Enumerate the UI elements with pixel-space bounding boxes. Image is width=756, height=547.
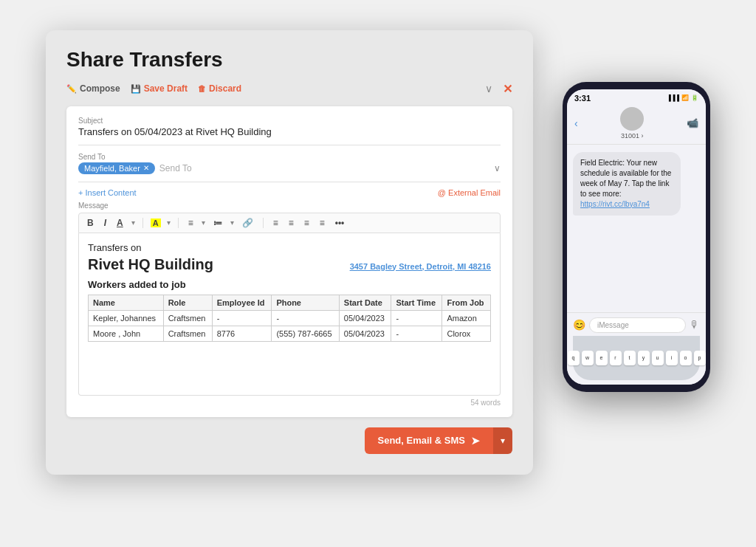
signal-icon: ▐▐▐ bbox=[667, 94, 679, 101]
table-cell: Craftsmen bbox=[163, 310, 212, 326]
phone-status-icons: ▐▐▐ 📶 🔋 bbox=[667, 94, 698, 101]
sms-link[interactable]: https://rivt.cc/lbya7n4 bbox=[580, 200, 650, 208]
table-row: Moore , JohnCraftsmen8776(555) 787-66650… bbox=[89, 326, 491, 341]
discard-button[interactable]: 🗑 Discard bbox=[198, 83, 241, 94]
align-right-button[interactable]: ≡ bbox=[302, 217, 312, 229]
send-email-sms-button[interactable]: Send, Email & SMS ➤ bbox=[365, 427, 493, 454]
recipient-tag[interactable]: Mayfield, Baker ✕ bbox=[78, 162, 155, 174]
align-center-button[interactable]: ≡ bbox=[286, 217, 296, 229]
divider3 bbox=[263, 218, 264, 228]
col-phone: Phone bbox=[272, 295, 339, 310]
text-color-chevron[interactable]: ▾ bbox=[131, 219, 135, 227]
msg-building: Rivet HQ Building 3457 Bagley Street, De… bbox=[88, 256, 491, 273]
panel-title: Share Transfers bbox=[66, 48, 512, 72]
send-dropdown-button[interactable]: ▾ bbox=[493, 427, 512, 454]
key-u[interactable]: u bbox=[652, 351, 664, 365]
divider2 bbox=[178, 218, 179, 228]
col-employee-id: Employee Id bbox=[212, 295, 272, 310]
table-cell: Craftsmen bbox=[163, 326, 212, 341]
key-e[interactable]: e bbox=[596, 351, 608, 365]
more-options-button[interactable]: ••• bbox=[333, 217, 347, 229]
phone-mockup: 3:31 ▐▐▐ 📶 🔋 ‹ 31001 › 📹 bbox=[563, 82, 710, 392]
italic-button[interactable]: I bbox=[102, 217, 109, 229]
save-draft-button[interactable]: 💾 Save Draft bbox=[131, 83, 188, 94]
keyboard-row: q w e r t y u i o p bbox=[568, 351, 706, 365]
key-i[interactable]: i bbox=[666, 351, 678, 365]
word-count: 54 words bbox=[78, 399, 501, 407]
underline-button[interactable]: A bbox=[114, 217, 126, 229]
compose-button[interactable]: ✏️ Compose bbox=[66, 83, 120, 94]
phone-input-bar: 😊 iMessage 🎙 q w e r t y bbox=[567, 312, 706, 385]
video-call-icon[interactable]: 📹 bbox=[687, 117, 698, 128]
col-role: Role bbox=[163, 295, 212, 310]
table-row: Kepler, JohannesCraftsmen--05/04/2023-Am… bbox=[89, 310, 491, 326]
trash-icon: 🗑 bbox=[198, 84, 206, 93]
key-r[interactable]: r bbox=[610, 351, 622, 365]
contact-id[interactable]: 31001 › bbox=[621, 132, 644, 140]
workers-table: Name Role Employee Id Phone Start Date S… bbox=[88, 295, 491, 342]
save-icon: 💾 bbox=[131, 84, 141, 94]
bold-button[interactable]: B bbox=[85, 217, 96, 229]
emoji-icon[interactable]: 😊 bbox=[573, 319, 585, 331]
key-q[interactable]: q bbox=[568, 351, 580, 365]
msg-intro: Transfers on bbox=[88, 242, 491, 253]
col-start-time: Start Time bbox=[391, 295, 442, 310]
highlight-chevron[interactable]: ▾ bbox=[167, 219, 171, 227]
send-to-input[interactable]: Send To bbox=[159, 163, 489, 173]
subject-label: Subject bbox=[78, 117, 501, 125]
send-row: Send, Email & SMS ➤ ▾ bbox=[66, 427, 512, 454]
numbered-list-button[interactable]: ≔ bbox=[211, 217, 224, 229]
sms-bubble: Field Electric: Your new schedule is ava… bbox=[573, 152, 681, 216]
table-cell: 05/04/2023 bbox=[339, 326, 391, 341]
key-y[interactable]: y bbox=[638, 351, 650, 365]
phone-input-row: 😊 iMessage 🎙 bbox=[573, 317, 700, 333]
highlight-button[interactable]: A bbox=[151, 219, 161, 227]
message-body[interactable]: Transfers on Rivet HQ Building 3457 Bagl… bbox=[78, 233, 501, 396]
msg-section: Workers added to job bbox=[88, 279, 491, 290]
key-p[interactable]: p bbox=[694, 351, 706, 365]
phone-status-bar: 3:31 ▐▐▐ 📶 🔋 bbox=[567, 89, 706, 104]
table-cell: (555) 787-6665 bbox=[272, 326, 339, 341]
phone-screen: 3:31 ▐▐▐ 📶 🔋 ‹ 31001 › 📹 bbox=[567, 89, 706, 385]
back-button[interactable]: ‹ bbox=[574, 117, 578, 129]
key-o[interactable]: o bbox=[680, 351, 692, 365]
send-arrow-icon: ➤ bbox=[471, 435, 480, 447]
table-cell: Amazon bbox=[442, 310, 491, 326]
send-to-chevron-icon[interactable]: ∨ bbox=[494, 163, 501, 173]
mic-icon[interactable]: 🎙 bbox=[690, 319, 700, 331]
phone-keyboard: q w e r t y u i o p bbox=[573, 336, 700, 380]
link-button[interactable]: 🔗 bbox=[240, 217, 255, 229]
close-icon[interactable]: ✕ bbox=[503, 82, 512, 96]
email-compose-area: Subject Transfers on 05/04/2023 at Rivet… bbox=[66, 106, 512, 417]
table-cell: Kepler, Johannes bbox=[89, 310, 164, 326]
bullet-chevron[interactable]: ▾ bbox=[202, 219, 205, 227]
send-to-label: Send To bbox=[78, 153, 501, 161]
phone-frame: 3:31 ▐▐▐ 📶 🔋 ‹ 31001 › 📹 bbox=[563, 82, 710, 392]
external-email-button[interactable]: @ External Email bbox=[438, 188, 501, 197]
align-left-button[interactable]: ≡ bbox=[271, 217, 281, 229]
subject-field[interactable]: Transfers on 05/04/2023 at Rivet HQ Buil… bbox=[78, 126, 501, 145]
battery-icon: 🔋 bbox=[691, 94, 698, 101]
phone-time: 3:31 bbox=[574, 94, 591, 103]
phone-messages-area: Field Electric: Your new schedule is ava… bbox=[567, 145, 706, 312]
col-start-date: Start Date bbox=[339, 295, 391, 310]
table-cell: Clorox bbox=[442, 326, 491, 341]
share-transfers-panel: Share Transfers ✏️ Compose 💾 Save Draft … bbox=[46, 30, 533, 475]
key-w[interactable]: w bbox=[582, 351, 594, 365]
col-from-job: From Job bbox=[442, 295, 491, 310]
key-t[interactable]: t bbox=[624, 351, 636, 365]
table-cell: - bbox=[212, 310, 272, 326]
bullet-list-button[interactable]: ≡ bbox=[186, 217, 196, 229]
pencil-icon: ✏️ bbox=[66, 84, 77, 94]
imessage-input[interactable]: iMessage bbox=[589, 317, 686, 333]
col-name: Name bbox=[89, 295, 164, 310]
remove-recipient-icon[interactable]: ✕ bbox=[143, 164, 149, 172]
table-cell: - bbox=[391, 326, 442, 341]
table-cell: - bbox=[391, 310, 442, 326]
toolbar: ✏️ Compose 💾 Save Draft 🗑 Discard ∨ ✕ bbox=[66, 82, 512, 96]
msg-address[interactable]: 3457 Bagley Street, Detroit, MI 48216 bbox=[350, 262, 491, 271]
numbered-chevron[interactable]: ▾ bbox=[230, 219, 234, 227]
insert-content-button[interactable]: + Insert Content bbox=[78, 188, 137, 197]
collapse-icon[interactable]: ∨ bbox=[485, 83, 492, 94]
justify-button[interactable]: ≡ bbox=[317, 217, 327, 229]
